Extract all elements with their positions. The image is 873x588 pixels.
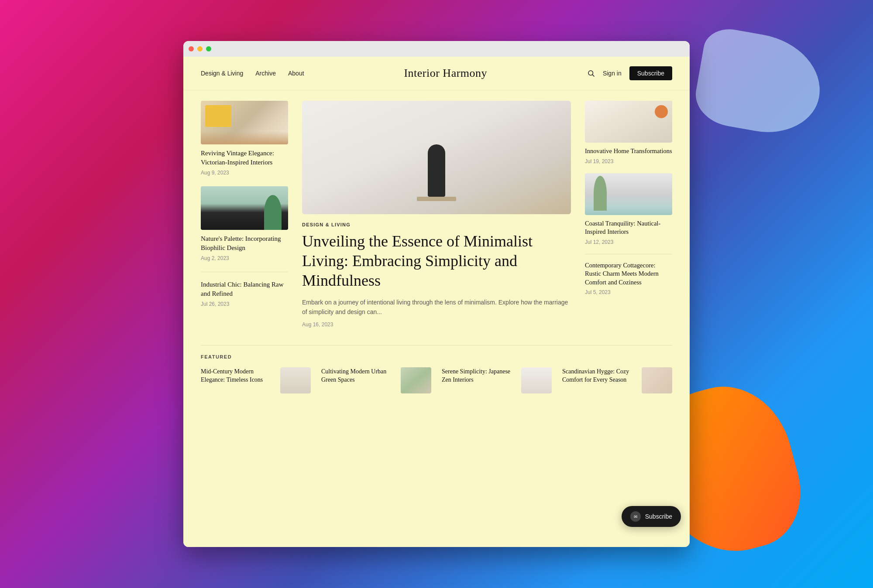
subscribe-floating-label: Subscribe [645, 513, 672, 520]
article-date-cottagecore: Jul 5, 2023 [585, 289, 672, 295]
featured-item-thumb-hygge [642, 367, 672, 393]
featured-item-title-urban: Cultivating Modern Urban Green Spaces [321, 367, 395, 384]
content-grid: Reviving Vintage Elegance: Victorian-Ins… [201, 101, 672, 328]
browser-dot-green[interactable] [206, 46, 211, 51]
featured-article-image [302, 101, 571, 214]
nav-link-design-living[interactable]: Design & Living [201, 70, 243, 77]
browser-window: Design & Living Archive About Interior H… [183, 41, 690, 547]
bg-decoration-blue [691, 25, 828, 140]
featured-article-title[interactable]: Unveiling the Essence of Minimalist Livi… [302, 232, 571, 291]
featured-item-urban[interactable]: Cultivating Modern Urban Green Spaces [321, 367, 431, 393]
featured-article-date: Aug 16, 2023 [302, 321, 571, 328]
center-column: DESIGN & LIVING Unveiling the Essence of… [302, 101, 571, 328]
featured-item-title-zen: Serene Simplicity: Japanese Zen Interior… [442, 367, 516, 384]
article-image-coastal [585, 173, 672, 215]
article-card-victorian[interactable]: Reviving Vintage Elegance: Victorian-Ins… [201, 101, 288, 176]
featured-grid: Mid-Century Modern Elegance: Timeless Ic… [201, 367, 672, 393]
article-title-biophilic: Nature's Palette: Incorporating Biophili… [201, 234, 288, 253]
brand-title[interactable]: Interior Harmony [404, 67, 487, 80]
subscribe-button-nav[interactable]: Subscribe [629, 66, 672, 80]
signin-link[interactable]: Sign in [603, 70, 622, 77]
article-date-biophilic: Aug 2, 2023 [201, 255, 288, 261]
search-button[interactable] [587, 69, 595, 77]
featured-item-thumb-urban [401, 367, 431, 393]
nav-link-archive[interactable]: Archive [255, 70, 276, 77]
featured-category: DESIGN & LIVING [302, 222, 571, 227]
navigation: Design & Living Archive About Interior H… [183, 57, 690, 90]
article-image-victorian [201, 101, 288, 144]
nav-right: Sign in Subscribe [587, 66, 672, 80]
article-date-innovations: Jul 19, 2023 [585, 158, 672, 164]
featured-item-zen[interactable]: Serene Simplicity: Japanese Zen Interior… [442, 367, 552, 393]
nav-left: Design & Living Archive About [201, 70, 304, 77]
featured-item-midcentury[interactable]: Mid-Century Modern Elegance: Timeless Ic… [201, 367, 311, 393]
article-card-industrial[interactable]: Industrial Chic: Balancing Raw and Refin… [201, 272, 288, 307]
article-title-cottagecore: Contemporary Cottagecore: Rustic Charm M… [585, 254, 672, 287]
featured-section: FEATURED Mid-Century Modern Elegance: Ti… [201, 345, 672, 393]
browser-bar [183, 41, 690, 57]
featured-article-excerpt: Embark on a journey of intentional livin… [302, 297, 571, 317]
article-card-innovations[interactable]: Innovative Home Transformations Jul 19, … [585, 101, 672, 164]
article-image-biophilic [201, 186, 288, 230]
featured-item-title-midcentury: Mid-Century Modern Elegance: Timeless Ic… [201, 367, 275, 384]
browser-content: Design & Living Archive About Interior H… [183, 57, 690, 547]
featured-section-label: FEATURED [201, 354, 672, 359]
subscribe-floating-button[interactable]: ✉ Subscribe [622, 506, 681, 527]
article-card-coastal[interactable]: Coastal Tranquility: Nautical-Inspired I… [585, 173, 672, 245]
search-icon [587, 69, 595, 77]
left-column: Reviving Vintage Elegance: Victorian-Ins… [201, 101, 288, 328]
article-date-coastal: Jul 12, 2023 [585, 239, 672, 245]
featured-item-thumb-zen [521, 367, 552, 393]
main-content: Reviving Vintage Elegance: Victorian-Ins… [183, 90, 690, 411]
nav-link-about[interactable]: About [288, 70, 304, 77]
article-title-innovations: Innovative Home Transformations [585, 147, 672, 156]
article-date-industrial: Jul 26, 2023 [201, 301, 288, 307]
right-column: Innovative Home Transformations Jul 19, … [585, 101, 672, 328]
featured-item-title-hygge: Scandinavian Hygge: Cozy Comfort for Eve… [562, 367, 636, 384]
article-date-victorian: Aug 9, 2023 [201, 170, 288, 176]
featured-item-thumb-midcentury [280, 367, 311, 393]
article-card-biophilic[interactable]: Nature's Palette: Incorporating Biophili… [201, 186, 288, 261]
svg-line-1 [592, 75, 594, 76]
featured-item-hygge[interactable]: Scandinavian Hygge: Cozy Comfort for Eve… [562, 367, 672, 393]
subscribe-floating-icon: ✉ [630, 511, 641, 522]
svg-point-0 [588, 71, 593, 75]
article-title-industrial: Industrial Chic: Balancing Raw and Refin… [201, 280, 288, 298]
browser-dot-yellow[interactable] [197, 46, 203, 51]
article-card-cottagecore[interactable]: Contemporary Cottagecore: Rustic Charm M… [585, 254, 672, 296]
article-image-innovations [585, 101, 672, 143]
browser-dot-red[interactable] [189, 46, 194, 51]
article-title-victorian: Reviving Vintage Elegance: Victorian-Ins… [201, 149, 288, 167]
article-title-coastal: Coastal Tranquility: Nautical-Inspired I… [585, 219, 672, 236]
